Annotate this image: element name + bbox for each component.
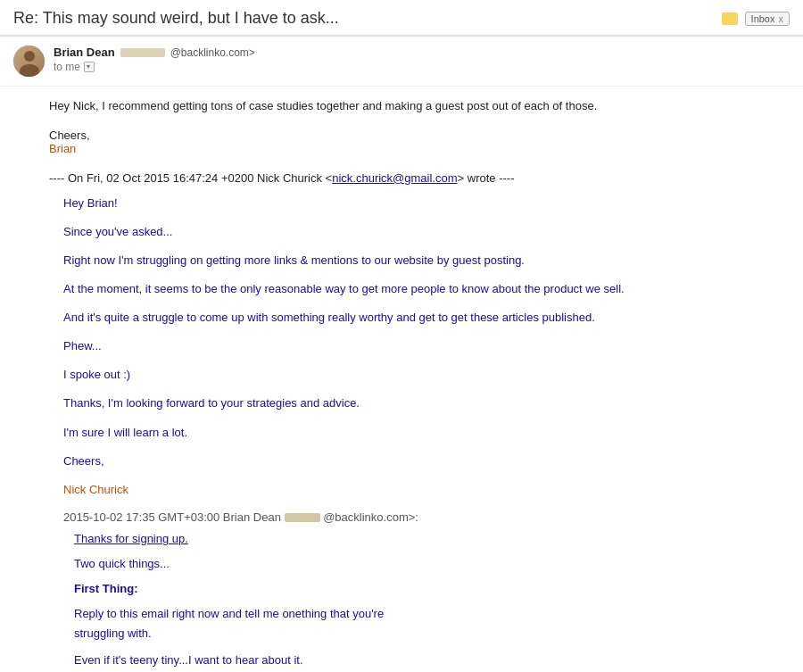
to-me-text: to me	[54, 61, 80, 73]
quote-email[interactable]: nick.churick@gmail.com	[332, 171, 457, 185]
nested-thanks: Thanks for signing up.	[74, 529, 790, 549]
inbox-badge[interactable]: Inbox x	[745, 12, 790, 26]
quoted-text-block: Hey Brian! Since you've asked... Right n…	[49, 194, 790, 672]
label-tag-icon[interactable]	[722, 12, 738, 25]
quoted-nick-name: Nick Churick	[63, 480, 790, 500]
email-subject: Re: This may sound weird, but I have to …	[13, 9, 713, 28]
quoted-struggle1: Right now I'm struggling on getting more…	[63, 251, 790, 270]
email-container: Re: This may sound weird, but I have to …	[0, 0, 803, 672]
nested-quote-body: Thanks for signing up. Two quick things.…	[63, 529, 790, 672]
quoted-thanks2: I'm sure I will learn a lot.	[63, 423, 790, 443]
quoted-cheers: Cheers,	[63, 452, 790, 471]
inbox-close-button[interactable]: x	[779, 13, 784, 24]
brian-name: Brian	[49, 142, 790, 155]
to-me-dropdown[interactable]	[84, 62, 95, 72]
sender-name-line: Brian Dean @backlinko.com>	[54, 46, 790, 59]
quote-divider-text: ---- On Fri, 02 Oct 2015 16:47:24 +0200 …	[49, 171, 332, 185]
greeting-text: Hey Nick, I recommend getting tons of ca…	[49, 97, 790, 116]
cheers-text: Cheers,	[49, 129, 790, 142]
nested-quote-header: 2015-10-02 17:35 GMT+03:00 Brian Dean @b…	[63, 510, 790, 524]
sender-section: Brian Dean @backlinko.com> to me	[0, 37, 803, 87]
quoted-phew: Phew...	[63, 336, 790, 356]
email-body: Hey Nick, I recommend getting tons of ca…	[0, 87, 803, 672]
quoted-struggle2: At the moment, it seems to be the only r…	[63, 279, 790, 299]
sender-info: Brian Dean @backlinko.com> to me	[54, 46, 790, 73]
sender-email-domain: @backlinko.com>	[170, 46, 255, 59]
quoted-struggle3: And it's quite a struggle to come up wit…	[63, 308, 790, 328]
nested-even-if: Even if it's teeny tiny...I want to hear…	[74, 651, 790, 670]
nested-first-thing: First Thing:	[74, 579, 790, 599]
quote-wrote: > wrote ----	[458, 171, 515, 185]
nested-blurred-email	[285, 513, 320, 522]
quoted-thanks1: Thanks, I'm looking forward to your stra…	[63, 394, 790, 413]
quoted-spoke: I spoke out :)	[63, 365, 790, 385]
quoted-hey-brian: Hey Brian!	[63, 194, 790, 213]
nested-thanks-text: Thanks for signing up.	[74, 532, 188, 545]
cheers-section: Cheers, Brian	[49, 129, 790, 155]
sender-name: Brian Dean	[54, 46, 115, 59]
reply-greeting: Hey Nick, I recommend getting tons of ca…	[49, 97, 790, 116]
sender-email-blurred	[120, 48, 165, 57]
quoted-since: Since you've asked...	[63, 222, 790, 242]
to-me-line: to me	[54, 61, 790, 73]
first-thing-label: First Thing:	[74, 582, 138, 595]
inbox-label: Inbox	[751, 13, 775, 24]
nested-two-quick: Two quick things...	[74, 554, 790, 574]
avatar	[13, 46, 45, 77]
email-header: Re: This may sound weird, but I have to …	[0, 0, 803, 36]
quote-divider: ---- On Fri, 02 Oct 2015 16:47:24 +0200 …	[49, 171, 790, 185]
nested-email-domain: @backlinko.com>:	[323, 510, 418, 524]
avatar-image	[13, 46, 45, 77]
nested-header-text: 2015-10-02 17:35 GMT+03:00 Brian Dean	[63, 510, 281, 524]
nested-first-thing-body: Reply to this email right now and tell m…	[74, 604, 790, 643]
